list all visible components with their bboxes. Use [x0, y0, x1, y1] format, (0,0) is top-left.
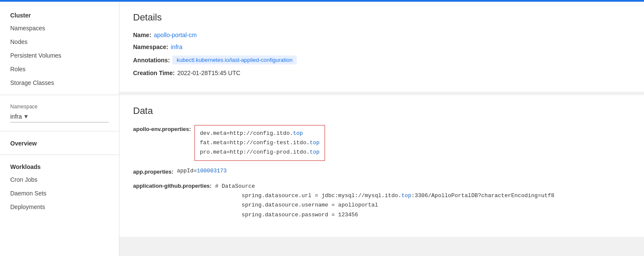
apollo-env-text-2: pro.meta=http://config-prod.itdo.	[200, 149, 310, 155]
creation-value: 2022-01-28T15:45 UTC	[177, 70, 241, 76]
name-row: Name: apollo-portal-cm	[133, 32, 630, 38]
overview-label[interactable]: Overview	[0, 137, 119, 149]
creation-label: Creation Time:	[133, 70, 175, 76]
sidebar-item-namespaces[interactable]: Namespaces	[0, 21, 119, 35]
apollo-env-key: apollo-env.properties:	[133, 125, 191, 161]
datasource-url-line: spring.datasource.url = jdbc:mysql://mys…	[215, 191, 554, 201]
apollo-env-text-1: fat.meta=http://config-test.itdo.	[200, 140, 310, 146]
sidebar-item-cron-jobs[interactable]: Cron Jobs	[0, 173, 119, 186]
apollo-env-text-0: dev.meta=http://config.itdo.	[200, 130, 293, 137]
sidebar: Cluster Namespaces Nodes Persistent Volu…	[0, 2, 119, 256]
namespace-value: infra	[171, 44, 183, 50]
namespace-section: Namespace infra ▾	[0, 100, 119, 126]
application-github-code: # DataSource spring.datasource.url = jdb…	[215, 182, 554, 219]
sidebar-divider-2	[0, 131, 119, 131]
apollo-env-row: apollo-env.properties: dev.meta=http://c…	[133, 125, 630, 161]
app-layout: Cluster Namespaces Nodes Persistent Volu…	[0, 2, 644, 256]
datasource-url-text: spring.datasource.url = jdbc:mysql://mys…	[242, 192, 401, 199]
apollo-env-link-1[interactable]: top	[310, 140, 319, 146]
app-properties-text: appId=	[177, 168, 197, 174]
cluster-section-header: Cluster	[0, 9, 119, 21]
data-title: Data	[133, 105, 630, 116]
sidebar-item-nodes[interactable]: Nodes	[0, 35, 119, 49]
namespace-selector[interactable]: infra ▾	[10, 112, 109, 122]
name-label: Name:	[133, 32, 151, 38]
sidebar-divider-3	[0, 154, 119, 155]
apollo-env-link-0[interactable]: top	[293, 130, 303, 137]
details-title: Details	[133, 12, 630, 23]
name-value: apollo-portal-cm	[154, 32, 197, 38]
sidebar-item-deployments[interactable]: Deployments	[0, 200, 119, 214]
data-card: Data apollo-env.properties: dev.meta=htt…	[119, 95, 644, 237]
github-comment-line: # DataSource	[215, 182, 554, 191]
sidebar-item-storage-classes[interactable]: Storage Classes	[0, 76, 119, 90]
datasource-password-line: spring.datasource.password = 123456	[215, 210, 554, 220]
namespace-label: Namespace:	[133, 44, 168, 50]
namespace-section-label: Namespace	[10, 104, 109, 110]
datasource-url-rest: :3306/ApolloPortalDB?characterEncoding=u…	[411, 192, 554, 199]
apollo-env-code-block: dev.meta=http://config.itdo.top fat.meta…	[194, 125, 325, 161]
application-github-key: application-github.properties:	[133, 182, 212, 219]
sidebar-divider-1	[0, 95, 119, 95]
datasource-password-text: spring.datasource.password = 123456	[242, 212, 358, 218]
annotations-row: Annotations: kubectl.kubernetes.io/last-…	[133, 55, 630, 64]
annotations-badge[interactable]: kubectl.kubernetes.io/last-applied-confi…	[172, 55, 297, 64]
sidebar-item-persistent-volumes[interactable]: Persistent Volumes	[0, 49, 119, 62]
datasource-username-text: spring.datasource.username = apolloporta…	[242, 202, 378, 208]
datasource-username-line: spring.datasource.username = apolloporta…	[215, 201, 554, 210]
apollo-env-line-0: dev.meta=http://config.itdo.top	[200, 129, 320, 138]
main-content: Details Name: apollo-portal-cm Namespace…	[119, 2, 644, 256]
apollo-env-line-1: fat.meta=http://config-test.itdo.top	[200, 138, 320, 148]
sidebar-item-daemon-sets[interactable]: Daemon Sets	[0, 186, 119, 200]
app-properties-value: appId=100003173	[177, 168, 227, 175]
namespace-value: infra	[10, 113, 22, 120]
app-properties-row: app.properties: appId=100003173	[133, 168, 630, 175]
app-properties-key: app.properties:	[133, 168, 174, 175]
annotations-label: Annotations:	[133, 57, 170, 64]
datasource-url-link[interactable]: top	[401, 192, 411, 199]
app-properties-link[interactable]: 100003173	[197, 168, 226, 174]
apollo-env-line-2: pro.meta=http://config-prod.itdo.top	[200, 148, 320, 157]
workloads-section-header: Workloads	[0, 160, 119, 173]
application-github-row: application-github.properties: # DataSou…	[133, 182, 630, 219]
sidebar-item-roles[interactable]: Roles	[0, 62, 119, 76]
creation-row: Creation Time: 2022-01-28T15:45 UTC	[133, 70, 630, 76]
apollo-env-link-2[interactable]: top	[310, 149, 319, 155]
chevron-down-icon: ▾	[24, 112, 28, 120]
details-card: Details Name: apollo-portal-cm Namespace…	[119, 2, 644, 92]
namespace-row: Namespace: infra	[133, 44, 630, 50]
